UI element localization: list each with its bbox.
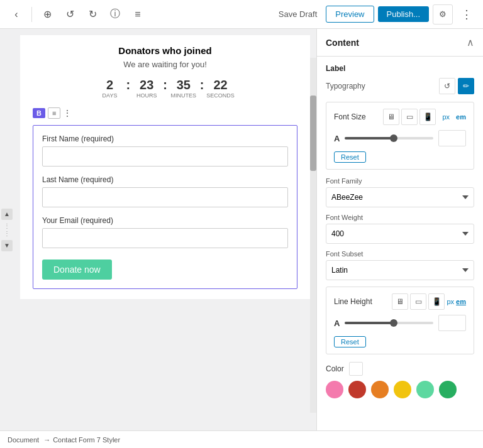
publish-button[interactable]: Publish... bbox=[378, 6, 429, 22]
font-family-select[interactable]: ABeeZee Arial Georgia Verdana bbox=[326, 187, 474, 207]
lh-device-icons: 🖥 ▭ 📱 px em bbox=[392, 293, 466, 310]
first-name-input[interactable] bbox=[42, 146, 288, 167]
slider-a-icon: A bbox=[334, 134, 340, 143]
editor-canvas: Donators who joined We are waiting for y… bbox=[14, 29, 316, 430]
font-size-input[interactable] bbox=[438, 130, 466, 146]
days-label: DAYS bbox=[94, 92, 125, 99]
edit-typography-button[interactable]: ✏ bbox=[458, 78, 474, 94]
font-size-slider[interactable] bbox=[345, 137, 433, 139]
undo-button[interactable]: ↺ bbox=[60, 4, 80, 25]
breadcrumb-arrow: → bbox=[43, 436, 50, 444]
redo-button[interactable]: ↻ bbox=[82, 4, 103, 25]
scroll-handle: ⋮⋮ bbox=[4, 222, 10, 238]
top-toolbar: ‹ ⊕ ↺ ↻ ⓘ ≡ Save Draft Preview Publish..… bbox=[0, 0, 483, 29]
typography-label: Typography bbox=[326, 82, 365, 90]
typography-actions: ↺ ✏ bbox=[439, 78, 474, 94]
panel-header: Content ∧ bbox=[317, 29, 483, 57]
color-swatch-green[interactable] bbox=[439, 381, 457, 398]
block-more-btn[interactable]: ⋮ bbox=[63, 108, 72, 118]
days-value: 2 bbox=[94, 78, 125, 92]
breadcrumb-document[interactable]: Document bbox=[8, 436, 39, 444]
font-weight-label: Font Weight bbox=[326, 214, 474, 221]
color-swatch-yellow[interactable] bbox=[394, 381, 411, 398]
bottom-bar: Document → Contact Form 7 Styler bbox=[0, 430, 483, 448]
color-swatch-pink[interactable] bbox=[326, 381, 343, 398]
editor-panel: ▲ ⋮⋮ ▼ Donators who joined We are waitin… bbox=[0, 29, 316, 430]
font-size-reset-button[interactable]: Reset bbox=[334, 151, 366, 163]
scroll-down[interactable]: ▼ bbox=[1, 240, 13, 251]
em-unit[interactable]: em bbox=[456, 113, 466, 121]
seconds-label: SECONDS bbox=[206, 92, 236, 99]
countdown-hours: 23 HOURS bbox=[131, 78, 162, 99]
lh-slider-fill bbox=[345, 322, 393, 324]
mobile-icon[interactable]: 📱 bbox=[419, 109, 436, 125]
donate-button[interactable]: Donate now bbox=[42, 260, 112, 280]
slider-thumb[interactable] bbox=[390, 134, 397, 142]
line-height-input[interactable] bbox=[438, 315, 466, 331]
block-type-btn[interactable]: B bbox=[33, 108, 45, 118]
first-name-field: First Name (required) bbox=[42, 134, 288, 167]
lh-desktop-icon[interactable]: 🖥 bbox=[392, 293, 408, 310]
color-section: Color bbox=[326, 362, 474, 398]
settings-button[interactable]: ⚙ bbox=[433, 4, 453, 25]
more-button[interactable]: ⋮ bbox=[457, 4, 477, 25]
main-content: ▲ ⋮⋮ ▼ Donators who joined We are waitin… bbox=[0, 29, 483, 430]
form-section: First Name (required) Last Name (require… bbox=[33, 125, 297, 289]
scrollbar-thumb[interactable] bbox=[310, 96, 316, 171]
lh-em-unit[interactable]: em bbox=[456, 298, 466, 305]
line-height-slider-row: A bbox=[334, 315, 466, 331]
font-size-box: Font Size 🖥 ▭ 📱 px em A bbox=[326, 102, 474, 170]
email-label: Your Email (required) bbox=[42, 216, 288, 225]
line-height-reset-button[interactable]: Reset bbox=[334, 336, 366, 347]
countdown-minutes: 35 MINUTES bbox=[169, 78, 199, 99]
font-weight-select[interactable]: 100200300 400500600 700800900 bbox=[326, 224, 474, 244]
tablet-icon[interactable]: ▭ bbox=[401, 109, 418, 125]
add-button[interactable]: ⊕ bbox=[37, 4, 57, 25]
desktop-icon[interactable]: 🖥 bbox=[383, 109, 399, 125]
last-name-label: Last Name (required) bbox=[42, 175, 288, 184]
typography-row: Typography ↺ ✏ bbox=[326, 78, 474, 94]
font-subset-select[interactable]: Latin Latin Extended Cyrillic bbox=[326, 260, 474, 280]
scroll-up[interactable]: ▲ bbox=[1, 209, 13, 220]
breadcrumb-page[interactable]: Contact Form 7 Styler bbox=[53, 436, 120, 444]
color-label: Color bbox=[326, 364, 344, 373]
lh-slider-thumb[interactable] bbox=[390, 319, 397, 327]
last-name-field: Last Name (required) bbox=[42, 175, 288, 207]
font-family-group: Font Family ABeeZee Arial Georgia Verdan… bbox=[326, 177, 474, 207]
lh-mobile-icon[interactable]: 📱 bbox=[428, 293, 445, 310]
menu-button[interactable]: ≡ bbox=[128, 4, 148, 25]
px-unit[interactable]: px bbox=[442, 113, 450, 121]
slider-fill bbox=[345, 137, 393, 139]
save-draft-button[interactable]: Save Draft bbox=[274, 7, 322, 21]
sep-2: : bbox=[163, 78, 167, 92]
editor-scrollbar[interactable] bbox=[310, 58, 316, 413]
back-button[interactable]: ‹ bbox=[6, 4, 26, 25]
color-swatch-mint[interactable] bbox=[416, 381, 434, 398]
preview-button[interactable]: Preview bbox=[326, 6, 374, 23]
lh-px-unit[interactable]: px bbox=[447, 298, 454, 305]
block-subheading: We are waiting for you! bbox=[33, 60, 297, 69]
countdown-seconds: 22 SECONDS bbox=[206, 78, 236, 99]
panel-close-button[interactable]: ∧ bbox=[467, 36, 474, 48]
line-height-slider[interactable] bbox=[345, 322, 433, 324]
lh-tablet-icon[interactable]: ▭ bbox=[410, 293, 426, 310]
line-height-row: Line Height 🖥 ▭ 📱 px em bbox=[334, 293, 466, 310]
lh-slider-a-icon: A bbox=[334, 319, 340, 328]
email-input[interactable] bbox=[42, 228, 288, 248]
last-name-input[interactable] bbox=[42, 187, 288, 207]
color-swatches bbox=[326, 381, 474, 398]
color-swatch-orange[interactable] bbox=[371, 381, 389, 398]
minutes-label: MINUTES bbox=[169, 92, 199, 99]
color-swatch-white[interactable] bbox=[349, 362, 363, 376]
color-swatch-red[interactable] bbox=[348, 381, 366, 398]
gear-icon: ⚙ bbox=[439, 9, 447, 19]
reset-typography-button[interactable]: ↺ bbox=[439, 78, 455, 94]
info-button[interactable]: ⓘ bbox=[105, 4, 125, 25]
block-align-btn[interactable]: ≡ bbox=[48, 107, 60, 119]
seconds-value: 22 bbox=[206, 78, 236, 92]
panel-title: Content bbox=[326, 38, 359, 48]
font-size-row: Font Size 🖥 ▭ 📱 px em bbox=[334, 109, 466, 125]
color-row: Color bbox=[326, 362, 474, 376]
font-size-slider-row: A bbox=[334, 130, 466, 146]
hours-label: HOURS bbox=[131, 92, 162, 99]
